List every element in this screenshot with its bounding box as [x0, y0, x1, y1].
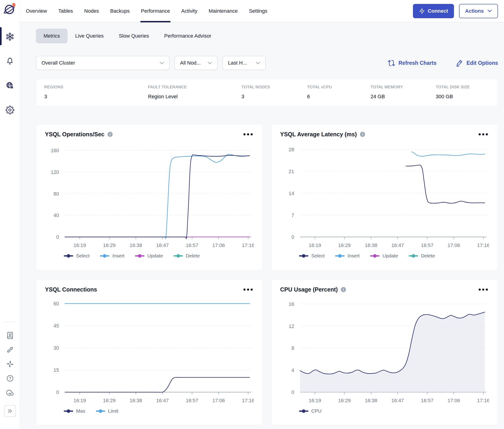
chart-menu-button[interactable]	[242, 132, 254, 136]
settings-gear-icon[interactable]	[5, 105, 15, 115]
svg-text:15: 15	[53, 367, 59, 373]
nodes-select[interactable]: All Nod...	[175, 56, 218, 70]
legend-label: Select	[76, 253, 89, 259]
legend-label: Delete	[421, 253, 435, 259]
legend-label: Update	[382, 253, 398, 259]
info-icon[interactable]: i	[107, 132, 113, 137]
legend-item-limit[interactable]: Limit	[96, 408, 118, 414]
tab-backups[interactable]: Backups	[110, 0, 130, 22]
svg-text:45: 45	[53, 323, 59, 329]
time-range-select[interactable]: Last H...	[222, 56, 266, 70]
subtab-performance-advisor[interactable]: Performance Advisor	[157, 29, 219, 43]
edit-options-button[interactable]: Edit Options	[456, 60, 498, 67]
tab-overview[interactable]: Overview	[26, 0, 47, 22]
legend-marker	[135, 254, 144, 258]
legend-item-delete[interactable]: Delete	[174, 253, 200, 259]
legend-item-select[interactable]: Select	[64, 253, 89, 259]
legend-item-cpu[interactable]: CPU	[299, 408, 321, 414]
svg-text:17:16: 17:16	[242, 398, 254, 403]
tab-tables[interactable]: Tables	[58, 0, 73, 22]
sidebar-bottom-icons: ?	[6, 331, 14, 397]
svg-text:16:38: 16:38	[130, 398, 142, 403]
svg-text:17:06: 17:06	[212, 242, 225, 248]
tab-maintenance[interactable]: Maintenance	[209, 0, 238, 22]
svg-text:16:47: 16:47	[156, 242, 169, 248]
stat-value: 3	[241, 94, 307, 100]
svg-text:16:47: 16:47	[391, 242, 404, 248]
legend-marker	[64, 254, 73, 258]
legend-marker	[335, 254, 345, 258]
chart-card-cpu-usage-percent: CPU Usage (Percent) i048121616:1916:2916…	[271, 279, 498, 426]
svg-text:17:16: 17:16	[242, 242, 254, 248]
chart-menu-button[interactable]	[477, 287, 489, 292]
charts-grid: YSQL Operations/Sec i0408012016016:1916:…	[36, 124, 498, 429]
tab-settings[interactable]: Settings	[249, 0, 267, 22]
svg-text:17:06: 17:06	[212, 398, 225, 403]
stat-total-vcpu: TOTAL vCPU6	[307, 85, 371, 99]
subtab-metrics[interactable]: Metrics	[36, 29, 68, 43]
legend-label: Max	[76, 408, 85, 414]
actions-button[interactable]: Actions	[459, 4, 498, 18]
main-area: OverviewTablesNodesBackupsPerformanceAct…	[20, 0, 504, 429]
svg-text:16:57: 16:57	[421, 242, 433, 248]
refresh-charts-button[interactable]: Refresh Charts	[388, 60, 436, 67]
subtab-live-queries[interactable]: Live Queries	[68, 29, 111, 43]
svg-text:16:38: 16:38	[365, 242, 377, 248]
legend-item-delete[interactable]: Delete	[409, 253, 435, 259]
svg-text:40: 40	[53, 212, 59, 218]
svg-text:i: i	[343, 288, 344, 291]
regions-globe-gear-icon[interactable]	[5, 81, 15, 90]
connect-button[interactable]: Connect	[413, 4, 454, 18]
yugabyte-logo[interactable]	[3, 2, 17, 17]
legend-marker	[174, 254, 183, 258]
tab-nodes[interactable]: Nodes	[84, 0, 99, 22]
legend-label: CPU	[311, 408, 321, 414]
chart-menu-button[interactable]	[477, 132, 489, 136]
legend-label: Insert	[347, 253, 360, 259]
svg-text:16: 16	[289, 301, 294, 307]
legend-item-insert[interactable]: Insert	[335, 253, 360, 259]
subtab-slow-queries[interactable]: Slow Queries	[111, 29, 157, 43]
legend-item-max[interactable]: Max	[64, 408, 85, 414]
info-icon[interactable]: i	[360, 132, 365, 137]
stat-label: TOTAL vCPU	[307, 85, 371, 89]
tab-activity[interactable]: Activity	[181, 0, 197, 22]
tab-performance[interactable]: Performance	[141, 0, 170, 22]
help-icon[interactable]: ?	[6, 374, 14, 382]
info-icon[interactable]: i	[341, 287, 346, 292]
stat-total-nodes: TOTAL NODES3	[241, 85, 307, 99]
stat-total-disk-size: TOTAL DISK SIZE300 GB	[436, 85, 489, 99]
docs-book-icon[interactable]	[6, 331, 14, 340]
stat-label: TOTAL DISK SIZE	[436, 85, 489, 89]
slack-icon[interactable]	[6, 360, 14, 368]
legend-marker	[370, 254, 380, 258]
sidebar-expand-button[interactable]	[4, 405, 16, 417]
chart-legend: SelectInsertUpdateDelete	[299, 253, 489, 259]
stat-total-memory: TOTAL MEMORY24 GB	[371, 85, 436, 99]
legend-item-insert[interactable]: Insert	[100, 253, 124, 259]
svg-text:0: 0	[56, 389, 59, 395]
legend-item-select[interactable]: Select	[299, 253, 325, 259]
stat-value: 300 GB	[436, 94, 489, 100]
cloud-status-icon[interactable]	[6, 388, 14, 397]
svg-text:160: 160	[51, 148, 59, 153]
chart-toolbar: Refresh Charts Edit Options	[388, 60, 498, 67]
time-range-select-value: Last H...	[228, 60, 247, 66]
svg-text:i: i	[109, 132, 110, 136]
svg-text:16:19: 16:19	[74, 398, 86, 403]
chart-title: YSQL Connections	[45, 286, 97, 293]
chart-legend: CPU	[299, 408, 489, 414]
alerts-bell-icon[interactable]	[5, 56, 15, 66]
chart-card-ysql-connections: YSQL Connections01530456016:1916:2916:38…	[36, 279, 263, 426]
integrations-plug-icon[interactable]	[6, 346, 14, 354]
legend-item-update[interactable]: Update	[370, 253, 398, 259]
chart-card-ysql-average-latency-ms: YSQL Average Latency (ms) i0714212816:19…	[271, 124, 498, 270]
svg-text:16:19: 16:19	[309, 398, 321, 403]
chart-menu-button[interactable]	[242, 287, 254, 292]
cluster-select[interactable]: Overall Cluster	[36, 56, 170, 70]
legend-item-update[interactable]: Update	[135, 253, 163, 259]
svg-text:17:16: 17:16	[477, 398, 489, 403]
cluster-icon[interactable]	[5, 32, 15, 42]
svg-text:17:16: 17:16	[477, 242, 489, 248]
chart-legend: MaxLimit	[64, 408, 254, 414]
